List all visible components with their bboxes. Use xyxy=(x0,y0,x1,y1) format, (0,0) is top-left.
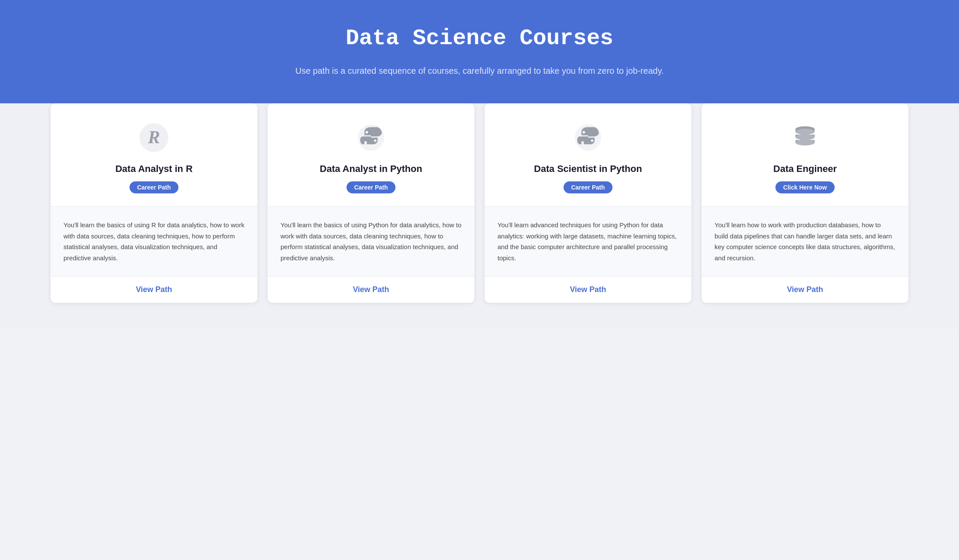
card-data-scientist-python: Data Scientist in Python Career Path You… xyxy=(485,103,691,303)
card-body-data-engineer: You'll learn how to work with production… xyxy=(702,207,908,276)
svg-text:R: R xyxy=(148,127,160,147)
cards-section: R Data Analyst in R Career Path You'll l… xyxy=(0,103,959,328)
card-title-data-engineer: Data Engineer xyxy=(773,163,837,175)
card-top-data-analyst-python: Data Analyst in Python Career Path xyxy=(268,103,474,207)
card-badge-data-engineer[interactable]: Click Here Now xyxy=(775,181,835,193)
card-title-data-analyst-r: Data Analyst in R xyxy=(115,163,193,175)
card-top-data-analyst-r: R Data Analyst in R Career Path xyxy=(51,103,257,207)
card-footer-data-scientist-python: View Path xyxy=(485,276,691,303)
view-path-button-data-analyst-r[interactable]: View Path xyxy=(59,285,249,294)
python-icon xyxy=(354,120,388,155)
svg-point-12 xyxy=(796,134,815,140)
card-footer-data-analyst-python: View Path xyxy=(268,276,474,303)
card-badge-data-scientist-python[interactable]: Career Path xyxy=(564,181,613,193)
cards-container: R Data Analyst in R Career Path You'll l… xyxy=(51,103,908,303)
svg-point-6 xyxy=(582,131,585,134)
view-path-button-data-scientist-python[interactable]: View Path xyxy=(493,285,683,294)
card-badge-data-analyst-r[interactable]: Career Path xyxy=(130,181,179,193)
card-description-data-engineer: You'll learn how to work with production… xyxy=(715,220,896,263)
card-data-analyst-r: R Data Analyst in R Career Path You'll l… xyxy=(51,103,257,303)
r-icon: R xyxy=(137,120,171,155)
svg-point-4 xyxy=(374,139,377,142)
card-title-data-analyst-python: Data Analyst in Python xyxy=(320,163,422,175)
python-icon xyxy=(571,120,605,155)
card-badge-data-analyst-python[interactable]: Career Path xyxy=(347,181,396,193)
card-top-data-scientist-python: Data Scientist in Python Career Path xyxy=(485,103,691,207)
hero-subtitle: Use path is a curated sequence of course… xyxy=(286,64,673,78)
card-footer-data-engineer: View Path xyxy=(702,276,908,303)
card-top-data-engineer: Data Engineer Click Here Now xyxy=(702,103,908,207)
card-description-data-analyst-python: You'll learn the basics of using Python … xyxy=(280,220,461,263)
card-footer-data-analyst-r: View Path xyxy=(51,276,257,303)
svg-point-14 xyxy=(796,139,815,145)
card-title-data-scientist-python: Data Scientist in Python xyxy=(534,163,642,175)
card-body-data-scientist-python: You'll learn advanced techniques for usi… xyxy=(485,207,691,276)
page-title: Data Science Courses xyxy=(17,26,942,51)
card-data-engineer: Data Engineer Click Here Now You'll lear… xyxy=(702,103,908,303)
card-body-data-analyst-python: You'll learn the basics of using Python … xyxy=(268,207,474,276)
card-body-data-analyst-r: You'll learn the basics of using R for d… xyxy=(51,207,257,276)
svg-point-10 xyxy=(796,129,815,135)
svg-point-3 xyxy=(365,131,368,134)
database-icon xyxy=(788,120,822,155)
card-description-data-analyst-r: You'll learn the basics of using R for d… xyxy=(63,220,244,263)
svg-point-7 xyxy=(591,139,594,142)
view-path-button-data-engineer[interactable]: View Path xyxy=(710,285,900,294)
card-data-analyst-python: Data Analyst in Python Career Path You'l… xyxy=(268,103,474,303)
view-path-button-data-analyst-python[interactable]: View Path xyxy=(276,285,466,294)
card-description-data-scientist-python: You'll learn advanced techniques for usi… xyxy=(498,220,679,263)
